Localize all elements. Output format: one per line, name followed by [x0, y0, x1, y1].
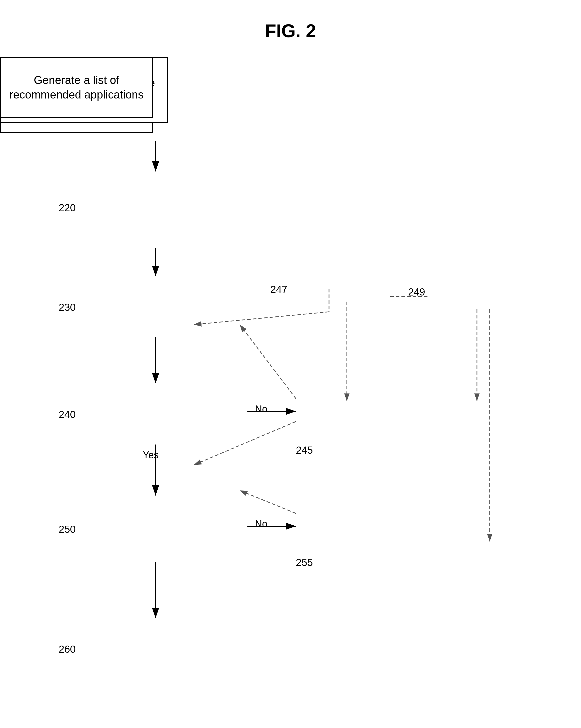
label-220: 220 [59, 202, 76, 214]
label-240: 240 [59, 409, 76, 420]
arrows-svg [0, 57, 581, 720]
no-label-250: No [255, 519, 268, 529]
svg-line-14 [240, 490, 296, 513]
svg-line-7 [240, 324, 296, 398]
label-245: 245 [296, 444, 313, 456]
box-260-text: Generate a list of recommended applicati… [6, 73, 147, 102]
svg-line-9 [194, 312, 329, 324]
page-title: FIG. 2 [0, 0, 581, 41]
box-260: Generate a list of recommended applicati… [0, 57, 153, 118]
label-247: 247 [270, 284, 287, 295]
label-230: 230 [59, 302, 76, 313]
label-250: 250 [59, 524, 76, 535]
label-260: 260 [59, 644, 76, 655]
label-255: 255 [296, 557, 313, 568]
yes-label-240: Yes [143, 450, 159, 461]
svg-line-15 [194, 421, 296, 465]
label-249: 249 [408, 286, 425, 298]
diagram: Receive a query from a client device 210… [0, 57, 581, 720]
no-label-240: No [255, 404, 268, 415]
